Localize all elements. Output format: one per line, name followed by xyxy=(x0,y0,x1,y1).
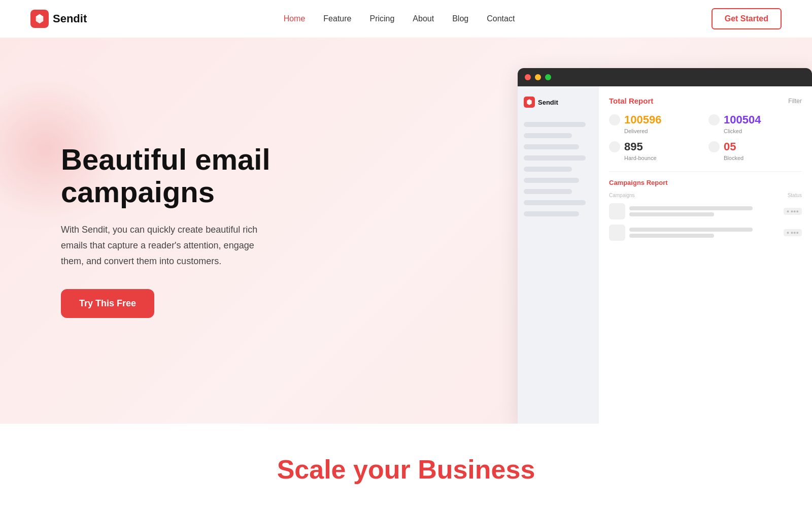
nav-item-blog[interactable]: Blog xyxy=(452,14,468,23)
nav-link-feature[interactable]: Feature xyxy=(323,14,351,23)
sidebar-nav-item-7 xyxy=(524,189,572,194)
stats-grid: 100596 Delivered 100504 Clicked xyxy=(609,113,802,161)
section-two: Scale your Business xyxy=(0,424,812,508)
sidebar-nav-item-1 xyxy=(524,122,586,127)
nav-link-home[interactable]: Home xyxy=(284,14,306,23)
nav-links: Home Feature Pricing About Blog Contact xyxy=(284,14,515,23)
nav-item-about[interactable]: About xyxy=(413,14,434,23)
stat-clicked-label: Clicked xyxy=(724,128,802,134)
hero-section: Beautiful email campaigns With Sendit, y… xyxy=(0,38,812,424)
nav-link-blog[interactable]: Blog xyxy=(452,14,468,23)
campaigns-col-campaigns: Campaigns xyxy=(609,193,635,198)
campaign-status-1: ● ●●● xyxy=(784,208,802,215)
stat-blocked: 05 Blocked xyxy=(708,140,802,161)
nav-link-about[interactable]: About xyxy=(413,14,434,23)
nav-item-contact[interactable]: Contact xyxy=(487,14,515,23)
campaigns-table-header: Campaigns Status xyxy=(609,193,802,198)
window-dot-green xyxy=(545,74,551,80)
sidebar-nav-item-3 xyxy=(524,144,579,149)
stat-blocked-value: 05 xyxy=(724,140,736,153)
section-two-title-black: Scale your xyxy=(277,455,411,484)
campaign-info-1 xyxy=(629,206,784,216)
sidebar-nav-item-8 xyxy=(524,200,586,205)
campaign-status-2: ● ●●● xyxy=(784,229,802,236)
stat-delivered: 100596 Delivered xyxy=(609,113,702,134)
campaign-bar-1a xyxy=(629,206,753,210)
stat-delivered-label: Delivered xyxy=(624,128,702,134)
mockup-titlebar xyxy=(518,68,812,86)
get-started-button[interactable]: Get Started xyxy=(712,8,782,29)
stat-hardbounce: 895 Hard-bounce xyxy=(609,140,702,161)
mockup-main-panel: Total Report Filter 100596 Delivered xyxy=(599,86,812,424)
stat-circle-hardbounce xyxy=(609,141,620,152)
mockup-window: Sendit Total Report Filter xyxy=(518,68,812,424)
nav-item-pricing[interactable]: Pricing xyxy=(369,14,394,23)
sidebar-nav-item-5 xyxy=(524,167,572,172)
section-two-title: Scale your Business xyxy=(30,454,782,485)
stat-clicked-value: 100504 xyxy=(724,113,761,126)
stat-clicked: 100504 Clicked xyxy=(708,113,802,134)
window-dot-red xyxy=(525,74,531,80)
report-divider xyxy=(609,171,802,172)
mockup-body: Sendit Total Report Filter xyxy=(518,86,812,424)
campaign-icon-2 xyxy=(609,225,625,241)
hero-title: Beautiful email campaigns xyxy=(61,143,274,208)
nav-item-home[interactable]: Home xyxy=(284,14,306,23)
sidebar-logo: Sendit xyxy=(524,97,593,108)
nav-link-contact[interactable]: Contact xyxy=(487,14,515,23)
filter-label: Filter xyxy=(788,98,802,105)
campaign-info-2 xyxy=(629,228,784,238)
hero-description: With Sendit, you can quickly create beau… xyxy=(61,222,274,269)
stat-circle-clicked xyxy=(708,114,720,125)
hero-content: Beautiful email campaigns With Sendit, y… xyxy=(0,113,304,348)
try-free-button[interactable]: Try This Free xyxy=(61,289,154,318)
logo-icon xyxy=(30,10,49,28)
nav-item-feature[interactable]: Feature xyxy=(323,14,351,23)
sidebar-brand-name: Sendit xyxy=(538,99,558,106)
navbar: Sendit Home Feature Pricing About Blog C… xyxy=(0,0,812,38)
stat-circle-delivered xyxy=(609,114,620,125)
sidebar-nav-item-4 xyxy=(524,155,586,161)
sidebar-nav-item-2 xyxy=(524,133,572,138)
total-report-header: Total Report Filter xyxy=(609,97,802,105)
campaign-bar-2a xyxy=(629,228,753,232)
campaign-row-2: ● ●●● xyxy=(609,225,802,241)
stat-delivered-value: 100596 xyxy=(624,113,661,126)
stat-circle-blocked xyxy=(708,141,720,152)
campaign-bar-1b xyxy=(629,212,714,216)
campaign-icon-1 xyxy=(609,203,625,219)
sidebar-nav-item-6 xyxy=(524,178,579,183)
section-two-title-red: Business xyxy=(418,455,535,484)
campaigns-col-status: Status xyxy=(788,193,802,198)
nav-link-pricing[interactable]: Pricing xyxy=(369,14,394,23)
stat-blocked-label: Blocked xyxy=(724,155,802,161)
campaign-bar-2b xyxy=(629,234,714,238)
app-mockup: Sendit Total Report Filter xyxy=(518,38,812,424)
logo: Sendit xyxy=(30,10,87,28)
stat-hardbounce-label: Hard-bounce xyxy=(624,155,702,161)
window-dot-yellow xyxy=(535,74,541,80)
stat-hardbounce-value: 895 xyxy=(624,140,643,153)
campaign-row-1: ● ●●● xyxy=(609,203,802,219)
mockup-sidebar: Sendit xyxy=(518,86,599,424)
sidebar-logo-icon xyxy=(524,97,535,108)
brand-name: Sendit xyxy=(53,12,87,25)
total-report-title: Total Report xyxy=(609,97,653,105)
campaigns-report-title: Campaigns Report xyxy=(609,179,802,186)
sidebar-nav-item-9 xyxy=(524,211,579,216)
